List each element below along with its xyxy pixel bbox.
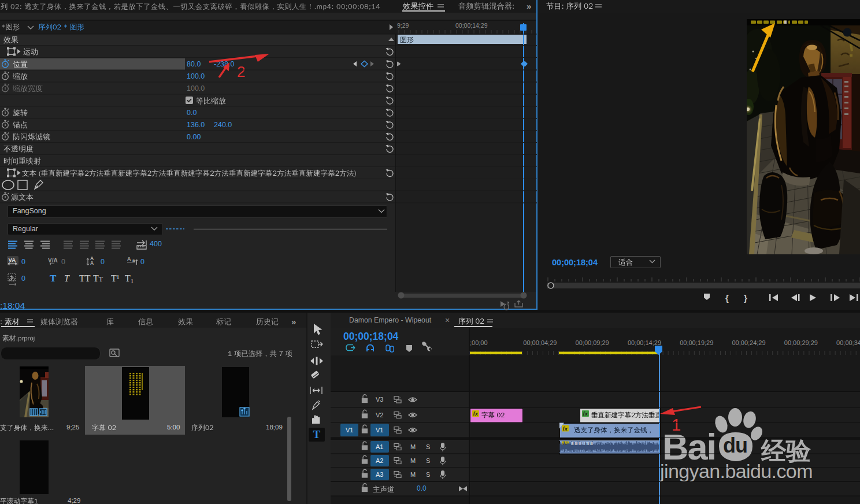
svg-text:fx: fx [563,425,568,432]
svg-text:du: du [723,433,747,457]
svg-text:fx: fx [583,410,588,417]
svg-text:lll lll lll lll lll lll: lll lll lll lll lll lll [571,442,593,446]
svg-text:VA: VA [9,257,16,263]
svg-text:fx: fx [473,410,479,417]
